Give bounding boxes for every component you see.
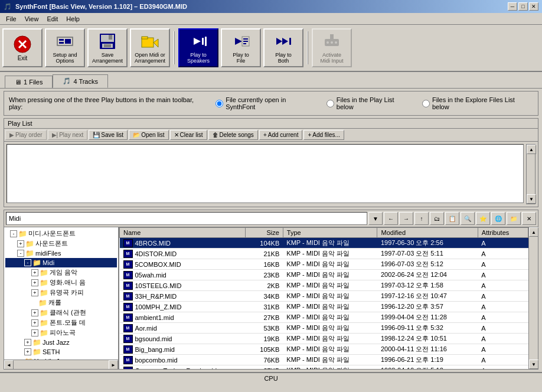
file-list-row[interactable]: M4BROS.MID 104KB KMP - MIDI 음악 파일 1997-0…: [120, 238, 528, 249]
tree-scroll-left[interactable]: ◄: [4, 360, 14, 369]
nav-folder-button[interactable]: 🗂: [430, 212, 444, 225]
tree-item[interactable]: + 📁 사운드폰트: [5, 239, 117, 249]
file-list-row[interactable]: MBig_bang.mid 105KB KMP - MIDI 음악 파일 200…: [120, 344, 528, 355]
svg-rect-22: [243, 41, 248, 42]
maximize-button[interactable]: □: [518, 2, 528, 11]
col-type[interactable]: Type: [283, 228, 377, 238]
scroll-down-button[interactable]: ▼: [527, 194, 536, 204]
midi-file-icon: M: [123, 250, 133, 258]
menu-file[interactable]: File: [2, 15, 20, 23]
tab-files[interactable]: 🖥 1 Files: [5, 76, 53, 88]
file-list-row[interactable]: Mambient1.mid 27KB KMP - MIDI 음악 파일 1999…: [120, 312, 528, 323]
tree-item[interactable]: + 📁 SETH: [5, 347, 117, 357]
address-input[interactable]: [6, 212, 367, 225]
open-midi-button[interactable]: Open Midi orArrangement: [130, 28, 170, 67]
file-list-row[interactable]: Mbopcombo.mid 76KB KMP - MIDI 음악 파일 1996…: [120, 355, 528, 365]
nav-web-button[interactable]: 🌐: [491, 212, 505, 225]
tracks-tab-label: 4 Tracks: [73, 78, 98, 85]
tree-toggle[interactable]: +: [31, 269, 38, 276]
file-list-row[interactable]: Mbgsound.mid 19KB KMP - MIDI 음악 파일 1998-…: [120, 334, 528, 344]
tree-item[interactable]: + 📁 Just Jazz: [5, 338, 117, 347]
file-list-row[interactable]: M10STEELG.MID 2KB KMP - MIDI 음악 파일 1997-…: [120, 280, 528, 291]
svg-rect-5: [59, 39, 64, 41]
save-arrangement-label: SaveArrangement: [92, 52, 123, 64]
tree-item[interactable]: + 📁 폰트.모듈 데: [5, 318, 117, 328]
menu-edit[interactable]: Edit: [43, 15, 61, 23]
tree-toggle[interactable]: -: [24, 259, 31, 266]
play-next-icon: ▶|: [52, 132, 58, 138]
tree-item-midi[interactable]: - 📁 Midi: [5, 258, 117, 267]
delete-songs-button[interactable]: 🗑 Delete songs: [208, 130, 258, 140]
file-list-row[interactable]: M33H_R&P.MID 34KB KMP - MIDI 음악 파일 1997-…: [120, 291, 528, 302]
tab-tracks[interactable]: 🎵 4 Tracks: [53, 74, 108, 88]
file-list-row[interactable]: MCannon - Techno Remix.mid 37KB KMP - MI…: [120, 365, 528, 370]
tree-toggle[interactable]: +: [31, 289, 38, 296]
col-size[interactable]: Size: [245, 228, 283, 238]
tree-toggle[interactable]: +: [17, 240, 24, 247]
minimize-button[interactable]: ─: [508, 2, 517, 11]
nav-favorites-button[interactable]: ⭐: [476, 212, 490, 225]
nav-close-button[interactable]: ✕: [522, 212, 536, 225]
file-list-row[interactable]: M5COMBOX.MID 16KB KMP - MIDI 음악 파일 1996-…: [120, 259, 528, 270]
tree-item[interactable]: + 📁 게임 음악: [5, 267, 117, 277]
radio-playlist[interactable]: Files in the Play List below: [326, 96, 413, 110]
tree-item[interactable]: - 📁 midiFiles: [5, 249, 117, 258]
save-list-button[interactable]: 💾 Save list: [89, 130, 128, 140]
tree-item[interactable]: - 📁 미디.사운드폰트: [5, 228, 117, 239]
play-to-speakers-button[interactable]: Play toSpeakers: [178, 28, 218, 67]
add-current-button[interactable]: + Add current: [259, 130, 303, 140]
menu-view[interactable]: View: [21, 15, 43, 23]
clear-list-button[interactable]: ✕ Clear list: [170, 130, 207, 140]
tree-toggle[interactable]: +: [31, 309, 38, 316]
play-next-button[interactable]: ▶| Play next: [48, 130, 88, 140]
radio-explorer[interactable]: Files in the Explore Files List below: [422, 96, 533, 110]
file-scroll-up[interactable]: ▲: [529, 227, 538, 237]
save-arrangement-button[interactable]: SaveArrangement: [87, 28, 128, 67]
open-list-button[interactable]: 📂 Open list: [129, 130, 168, 140]
tree-item[interactable]: 📁 캐롤: [5, 298, 117, 308]
tree-toggle[interactable]: +: [24, 348, 31, 355]
col-modified[interactable]: Modified: [377, 228, 478, 238]
activate-midi-button[interactable]: ActivateMidi Input: [312, 28, 352, 67]
tree-toggle[interactable]: -: [17, 250, 24, 257]
menu-help[interactable]: Help: [63, 15, 83, 23]
tree-item[interactable]: + 📁 클래식 (관현: [5, 308, 117, 318]
exit-button[interactable]: Exit: [2, 28, 43, 67]
app-icon: 🎵: [4, 3, 12, 11]
file-list-row[interactable]: M4DISTOR.MID 21KB KMP - MIDI 음악 파일 1997-…: [120, 249, 528, 259]
file-list-row[interactable]: MAor.mid 53KB KMP - MIDI 음악 파일 1996-09-1…: [120, 323, 528, 334]
status-text: CPU: [264, 375, 277, 382]
setup-button[interactable]: Setup andOptions: [45, 28, 85, 67]
radio-current[interactable]: File currently open in SynthFont: [216, 96, 317, 110]
nav-up-button[interactable]: ↑: [414, 212, 429, 225]
tree-toggle[interactable]: +: [31, 319, 38, 326]
file-list-row[interactable]: M100MPH_Z.MID 31KB KMP - MIDI 음악 파일 1996…: [120, 302, 528, 312]
tree-toggle[interactable]: +: [24, 339, 31, 346]
nav-forward-button[interactable]: →: [399, 212, 413, 225]
play-to-file-button[interactable]: Play toFile: [221, 28, 261, 67]
file-scroll-down[interactable]: ▼: [529, 360, 538, 369]
tree-item[interactable]: + 📁 피아노곡: [5, 328, 117, 338]
close-button[interactable]: ✕: [529, 2, 538, 11]
menu-bar: File View Edit Help: [0, 13, 542, 25]
scroll-up-button[interactable]: ▲: [527, 145, 536, 154]
nav-back-button[interactable]: ←: [384, 212, 398, 225]
col-name[interactable]: Name: [120, 228, 246, 238]
tree-toggle[interactable]: +: [31, 279, 38, 286]
play-both-button[interactable]: Play toBoth: [263, 28, 303, 67]
nav-new-folder-button[interactable]: 📁: [507, 212, 521, 225]
nav-copy-button[interactable]: 📋: [445, 212, 459, 225]
svg-marker-15: [154, 39, 158, 47]
tree-toggle[interactable]: +: [31, 329, 38, 337]
file-list-row[interactable]: M05wah.mid 23KB KMP - MIDI 음악 파일 2002-06…: [120, 270, 528, 280]
play-order-button[interactable]: ▶ Play order: [5, 130, 47, 140]
nav-search-button[interactable]: 🔍: [461, 212, 475, 225]
col-attributes[interactable]: Attributes: [478, 228, 528, 238]
exit-label: Exit: [18, 55, 28, 61]
tree-scroll-right[interactable]: ►: [109, 360, 118, 369]
addr-dropdown-button[interactable]: ▼: [368, 212, 383, 225]
tree-toggle[interactable]: -: [10, 230, 17, 237]
tree-item[interactable]: + 📁 영화.애니 음: [5, 277, 117, 288]
add-files-button[interactable]: + Add files...: [303, 130, 344, 140]
tree-item[interactable]: + 📁 유명곡 카피: [5, 288, 117, 298]
